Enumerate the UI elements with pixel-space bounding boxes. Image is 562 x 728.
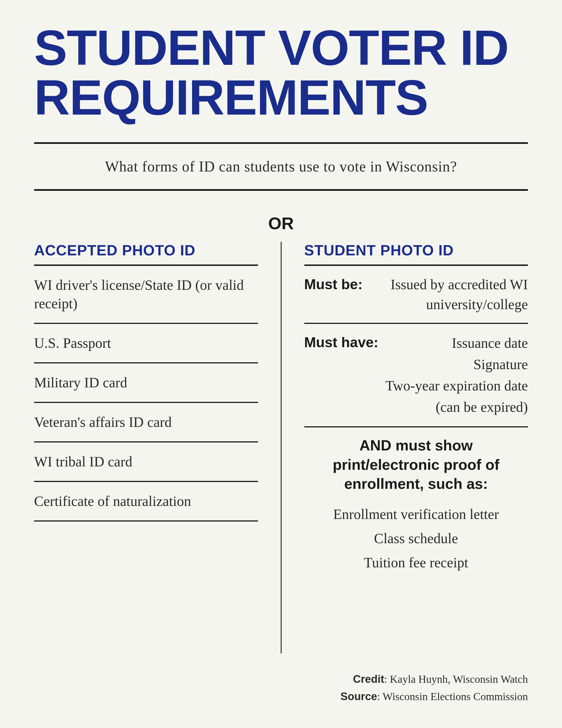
credit-block: Credit: Kayla Huynh, Wisconsin Watch Sou… <box>34 653 528 705</box>
source-value: Wisconsin Elections Commission <box>383 690 528 702</box>
must-have-expiration: Two-year expiration date (can be expired… <box>384 375 528 418</box>
must-have-row: Must have: Issuance date Signature Two-y… <box>304 324 528 427</box>
must-be-label: Must be: <box>304 274 363 294</box>
source-line: Source: Wisconsin Elections Commission <box>34 688 528 705</box>
enrollment-letter: Enrollment verification letter <box>304 502 528 526</box>
divider-top <box>34 142 528 144</box>
left-column: ACCEPTED PHOTO ID WI driver's license/St… <box>34 242 281 653</box>
list-item-tribal-id: WI tribal ID card <box>34 442 258 482</box>
must-have-issuance: Issuance date <box>384 332 528 354</box>
or-label: OR <box>34 214 528 233</box>
title-line2: REQUIREMENTS <box>34 70 428 125</box>
divider-subtitle <box>34 189 528 191</box>
title-line1: STUDENT VOTER ID <box>34 20 508 75</box>
must-be-value: Issued by accredited WI university/colle… <box>368 274 528 314</box>
must-have-signature: Signature <box>384 354 528 375</box>
accepted-photo-id-header: ACCEPTED PHOTO ID <box>34 242 258 259</box>
list-item-military-id: Military ID card <box>34 363 258 403</box>
list-item-drivers-license: WI driver's license/State ID (or valid r… <box>34 266 258 324</box>
must-be-row: Must be: Issued by accredited WI univers… <box>304 266 528 324</box>
title-block: STUDENT VOTER ID REQUIREMENTS <box>34 23 528 122</box>
credit-value: Kayla Huynh, Wisconsin Watch <box>390 673 528 685</box>
and-block: AND must show print/electronic proof of … <box>304 427 528 502</box>
main-title: STUDENT VOTER ID REQUIREMENTS <box>34 23 528 122</box>
class-schedule: Class schedule <box>304 526 528 551</box>
list-item-naturalization: Certificate of naturalization <box>34 482 258 522</box>
list-item-passport: U.S. Passport <box>34 324 258 363</box>
columns-container: ACCEPTED PHOTO ID WI driver's license/St… <box>34 242 528 653</box>
must-have-items: Issuance date Signature Two-year expirat… <box>384 332 528 418</box>
right-column: STUDENT PHOTO ID Must be: Issued by accr… <box>281 242 528 653</box>
page: STUDENT VOTER ID REQUIREMENTS What forms… <box>0 0 562 728</box>
student-photo-id-header: STUDENT PHOTO ID <box>304 242 528 259</box>
list-item-veterans-id: Veteran's affairs ID card <box>34 403 258 442</box>
tuition-receipt: Tuition fee receipt <box>304 551 528 575</box>
enrollment-items: Enrollment verification letter Class sch… <box>304 502 528 583</box>
must-have-label: Must have: <box>304 332 378 352</box>
credit-line: Credit: Kayla Huynh, Wisconsin Watch <box>34 671 528 688</box>
subtitle: What forms of ID can students use to vot… <box>34 152 528 181</box>
credit-label: Credit <box>353 673 384 685</box>
source-label: Source <box>340 690 377 702</box>
